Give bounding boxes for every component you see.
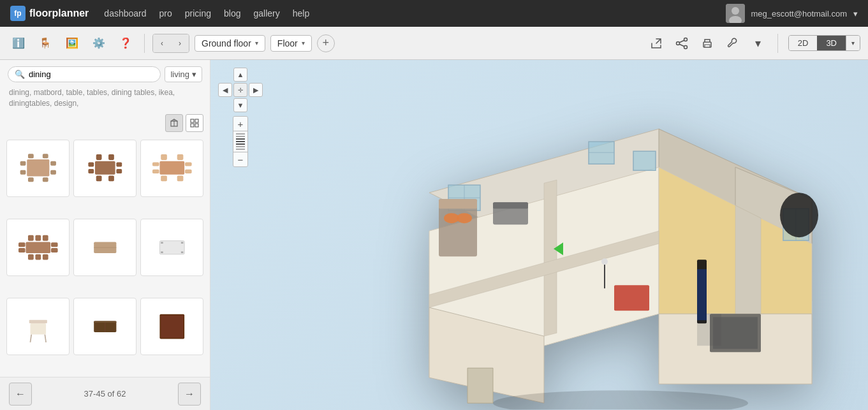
search-input[interactable] bbox=[29, 70, 154, 79]
export-button[interactable] bbox=[647, 34, 665, 52]
2d-view-icon-button[interactable] bbox=[186, 114, 203, 132]
view-2d-button[interactable]: 2D bbox=[789, 36, 818, 50]
furniture-item[interactable] bbox=[140, 140, 203, 197]
zoom-in-button[interactable]: + bbox=[233, 117, 247, 131]
user-dropdown-arrow: ▾ bbox=[853, 9, 858, 18]
svg-rect-81 bbox=[589, 142, 614, 164]
svg-rect-34 bbox=[159, 161, 184, 175]
nav-pro[interactable]: pro bbox=[159, 8, 172, 18]
info-button[interactable]: ℹ️ bbox=[8, 33, 29, 54]
view-toggle-icons bbox=[0, 113, 210, 136]
furniture-item[interactable] bbox=[6, 298, 70, 355]
nav-center[interactable]: ✛ bbox=[233, 83, 247, 97]
search-area: 🔍 living ▾ bbox=[0, 60, 210, 86]
furniture-item[interactable] bbox=[73, 298, 136, 355]
photo-button[interactable]: 🖼️ bbox=[61, 33, 83, 54]
next-page-button[interactable]: → bbox=[178, 383, 201, 406]
svg-marker-89 bbox=[467, 368, 493, 403]
nav-prev-button[interactable]: ‹ bbox=[153, 34, 171, 52]
svg-rect-37 bbox=[185, 163, 192, 166]
nav-right-button[interactable]: ▶ bbox=[249, 83, 263, 97]
share-button[interactable] bbox=[673, 34, 691, 52]
category-selector[interactable]: living ▾ bbox=[165, 66, 202, 82]
svg-rect-102 bbox=[713, 317, 758, 349]
svg-rect-59 bbox=[161, 251, 163, 253]
svg-rect-27 bbox=[88, 169, 94, 173]
divider-1 bbox=[144, 34, 145, 53]
view-3d-button[interactable]: 3D bbox=[817, 36, 846, 50]
zoom-out-button[interactable]: − bbox=[233, 152, 247, 166]
view-3d-dropdown-button[interactable]: ▾ bbox=[846, 36, 860, 50]
furniture-item[interactable] bbox=[73, 140, 136, 197]
furniture-item[interactable] bbox=[140, 298, 203, 355]
svg-rect-14 bbox=[191, 124, 194, 127]
nav-down-button[interactable]: ▼ bbox=[233, 98, 247, 112]
svg-line-6 bbox=[679, 40, 684, 43]
category-arrow: ▾ bbox=[192, 70, 196, 79]
furniture-item[interactable] bbox=[6, 140, 70, 197]
zoom-tick bbox=[236, 133, 245, 135]
navigation-control: ▲ ◀ ✛ ▶ ▼ + bbox=[218, 68, 263, 167]
user-avatar bbox=[726, 4, 745, 23]
svg-rect-12 bbox=[191, 119, 194, 122]
svg-rect-100 bbox=[614, 285, 649, 311]
svg-marker-75 bbox=[544, 180, 557, 336]
nav-help[interactable]: help bbox=[293, 8, 309, 18]
view-selector[interactable]: Floor ▾ bbox=[270, 35, 312, 52]
furniture-item[interactable] bbox=[6, 219, 70, 276]
svg-rect-36 bbox=[152, 170, 159, 173]
nav-pricing[interactable]: pricing bbox=[185, 8, 211, 18]
zoom-tick bbox=[236, 149, 245, 150]
prev-page-button[interactable]: ← bbox=[9, 383, 32, 406]
logo[interactable]: fp floorplanner bbox=[10, 6, 89, 21]
zoom-scale bbox=[233, 131, 247, 152]
settings-button[interactable]: ⚙️ bbox=[88, 33, 110, 54]
svg-rect-23 bbox=[28, 178, 34, 182]
svg-point-105 bbox=[601, 258, 608, 265]
floor-plan-svg[interactable] bbox=[365, 91, 863, 409]
nav-next-button[interactable]: › bbox=[171, 34, 189, 52]
add-floor-button[interactable]: + bbox=[317, 34, 335, 52]
svg-rect-49 bbox=[35, 235, 41, 240]
svg-rect-69 bbox=[161, 315, 183, 337]
furniture-item[interactable] bbox=[73, 219, 136, 276]
main-area: 🔍 living ▾ dining, matbord, table, table… bbox=[0, 60, 868, 410]
svg-rect-28 bbox=[116, 163, 122, 167]
svg-rect-83 bbox=[633, 151, 656, 170]
svg-rect-33 bbox=[108, 176, 114, 182]
view-dropdown-arrow: ▾ bbox=[302, 40, 305, 47]
svg-point-3 bbox=[684, 38, 687, 41]
svg-rect-35 bbox=[152, 163, 159, 166]
3d-view-icon-button[interactable] bbox=[165, 114, 183, 132]
svg-rect-26 bbox=[88, 163, 94, 167]
print-button[interactable] bbox=[698, 34, 716, 52]
logo-text: floorplanner bbox=[29, 8, 89, 19]
svg-rect-13 bbox=[195, 119, 198, 122]
canvas-area[interactable]: ▲ ◀ ✛ ▶ ▼ + bbox=[210, 60, 868, 410]
svg-rect-92 bbox=[439, 199, 477, 209]
zoom-tick bbox=[236, 143, 245, 145]
svg-rect-61 bbox=[29, 319, 47, 323]
svg-point-1 bbox=[732, 7, 739, 15]
svg-point-103 bbox=[780, 193, 818, 237]
nav-dashboard[interactable]: dashboard bbox=[104, 8, 146, 18]
toolbar: ℹ️ 🪑 🖼️ ⚙️ ❓ ‹ › Ground floor ▾ Floor ▾ … bbox=[0, 27, 868, 60]
zoom-tick bbox=[236, 141, 245, 142]
nav-blog[interactable]: blog bbox=[224, 8, 240, 18]
user-email: meg_escott@hotmail.com bbox=[751, 9, 847, 18]
more-button[interactable]: ▾ bbox=[749, 34, 767, 52]
svg-rect-50 bbox=[43, 235, 48, 240]
nav-gallery[interactable]: gallery bbox=[253, 8, 279, 18]
svg-rect-21 bbox=[28, 154, 34, 159]
svg-rect-9 bbox=[705, 45, 710, 47]
svg-rect-29 bbox=[116, 169, 122, 173]
nav-up-button[interactable]: ▲ bbox=[233, 68, 247, 82]
furniture-item[interactable] bbox=[140, 219, 203, 276]
nav-left-button[interactable]: ◀ bbox=[218, 83, 232, 97]
ground-floor-selector[interactable]: Ground floor ▾ bbox=[195, 35, 265, 52]
svg-rect-24 bbox=[43, 178, 48, 182]
user-menu[interactable]: meg_escott@hotmail.com ▾ bbox=[726, 4, 858, 23]
furniture-button[interactable]: 🪑 bbox=[34, 33, 56, 54]
wrench-button[interactable] bbox=[724, 34, 742, 52]
help-button[interactable]: ❓ bbox=[115, 33, 136, 54]
